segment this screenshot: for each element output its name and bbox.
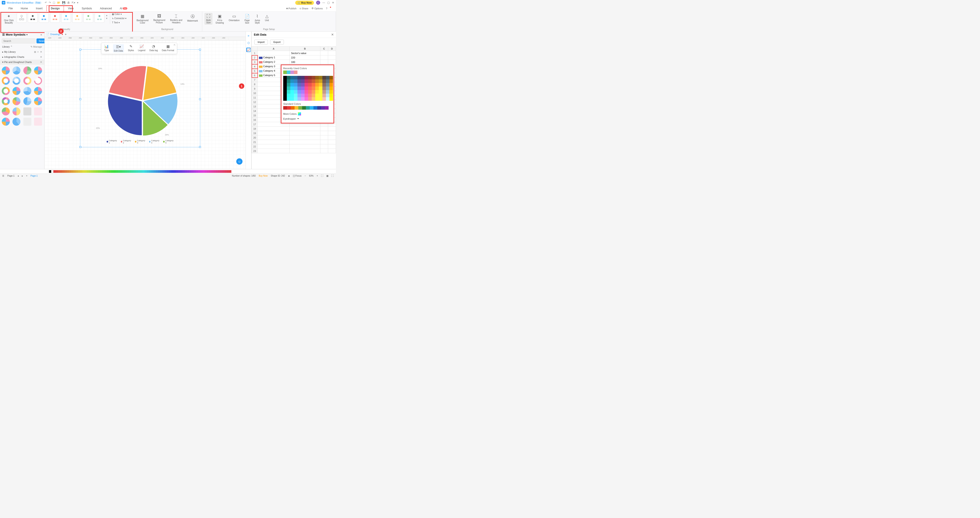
color-swatch[interactable] — [321, 106, 325, 110]
layers-icon[interactable]: ◈ — [288, 175, 290, 177]
color-swatch[interactable] — [290, 94, 294, 97]
focus-button[interactable]: [·] Focus — [293, 175, 301, 177]
color-swatch[interactable] — [290, 97, 294, 101]
color-swatch[interactable] — [326, 79, 329, 83]
watermark-button[interactable]: ⒶWatermark — [185, 13, 200, 23]
color-swatch[interactable] — [312, 86, 315, 90]
color-swatch[interactable] — [301, 79, 305, 83]
color-strip[interactable] — [0, 169, 336, 173]
color-swatch[interactable] — [287, 86, 290, 90]
color-swatch[interactable] — [294, 97, 298, 101]
color-swatch[interactable] — [319, 79, 322, 83]
chart-thumb[interactable] — [13, 118, 21, 126]
color-swatch[interactable] — [306, 106, 310, 110]
chart-thumb[interactable] — [2, 107, 10, 116]
page-link[interactable]: Page-1 — [30, 175, 38, 177]
add-page-icon[interactable]: + — [26, 175, 27, 177]
color-swatch[interactable] — [294, 86, 298, 90]
jump-style-button[interactable]: ⌇Jump Style — [253, 13, 262, 25]
type-button[interactable]: 📊Type — [104, 44, 109, 52]
color-swatch[interactable] — [294, 90, 298, 94]
remove-lib-icon[interactable]: ✕ — [40, 51, 42, 53]
color-swatch[interactable] — [326, 90, 329, 94]
color-swatch[interactable] — [287, 76, 290, 79]
tab-advanced[interactable]: Advanced — [96, 5, 116, 11]
color-swatch[interactable] — [308, 94, 312, 97]
color-swatch[interactable] — [305, 79, 308, 83]
color-swatch[interactable] — [305, 90, 308, 94]
color-swatch[interactable] — [301, 94, 305, 97]
color-swatch[interactable] — [294, 76, 298, 79]
color-swatch[interactable] — [308, 90, 312, 94]
chart-thumb[interactable] — [13, 97, 21, 105]
color-swatch[interactable] — [312, 90, 315, 94]
style-icon[interactable]: ◇ — [246, 40, 251, 45]
fit-icon[interactable]: ⛶ — [321, 175, 323, 177]
color-swatch[interactable] — [305, 76, 308, 79]
color-swatch[interactable] — [302, 106, 306, 110]
color-swatch[interactable] — [317, 106, 321, 110]
tab-view[interactable]: View — [64, 5, 78, 11]
tab-design[interactable]: Design — [46, 5, 64, 11]
chart-thumb[interactable] — [23, 118, 31, 126]
color-swatch[interactable] — [319, 76, 322, 79]
color-swatch[interactable] — [322, 83, 326, 86]
color-swatch[interactable] — [319, 86, 322, 90]
hamburger-icon[interactable]: ☰ — [2, 33, 5, 36]
beautify-style-7[interactable] — [83, 13, 93, 23]
color-swatch[interactable] — [326, 94, 329, 97]
data-format-button[interactable]: ▦Data Format — [162, 44, 174, 52]
manage-link[interactable]: ✎ Manage — [30, 45, 42, 48]
minimize-icon[interactable]: — — [322, 1, 325, 4]
color-swatch[interactable] — [294, 70, 298, 74]
color-swatch[interactable] — [319, 94, 322, 97]
chart-thumb[interactable] — [2, 97, 10, 105]
color-swatch[interactable] — [283, 86, 287, 90]
text-dropdown[interactable]: T Text ▾ — [112, 21, 126, 24]
color-swatch[interactable] — [287, 90, 290, 94]
beautify-style-4[interactable] — [50, 13, 60, 23]
add-tab-icon[interactable]: + — [65, 32, 67, 36]
background-color-button[interactable]: ▦Background Color — [135, 13, 150, 25]
color-swatch[interactable] — [301, 83, 305, 86]
color-swatch[interactable] — [329, 97, 333, 101]
color-swatch[interactable] — [315, 83, 319, 86]
chart-thumb[interactable] — [23, 77, 31, 85]
color-swatch[interactable] — [301, 90, 305, 94]
add-lib-icon[interactable]: ⊞ — [34, 51, 36, 53]
color-swatch[interactable] — [322, 94, 326, 97]
collapse-left-icon[interactable]: « — [40, 33, 42, 36]
color-swatch[interactable] — [298, 90, 301, 94]
color-swatch[interactable] — [310, 106, 313, 110]
import-button[interactable]: Import — [254, 40, 268, 44]
eyedropper-button[interactable]: Eyedropper ✒ — [283, 116, 332, 121]
export-button[interactable]: Export — [270, 40, 284, 44]
color-swatch[interactable] — [315, 76, 319, 79]
infographic-item[interactable]: ▸ Infographic Charts — [2, 56, 24, 59]
chart-thumb[interactable] — [23, 87, 31, 95]
beautify-style-1[interactable] — [17, 13, 27, 23]
background-picture-button[interactable]: 🖼Background Picture — [151, 13, 167, 25]
color-swatch[interactable] — [312, 79, 315, 83]
color-swatch[interactable] — [283, 70, 287, 74]
color-swatch[interactable] — [291, 106, 294, 110]
more-colors-button[interactable]: More Colors — [283, 111, 332, 116]
color-swatch[interactable] — [294, 94, 298, 97]
color-swatch[interactable] — [329, 94, 333, 97]
color-swatch[interactable] — [315, 97, 319, 101]
chart-thumb[interactable] — [23, 97, 31, 105]
color-swatch[interactable] — [287, 106, 291, 110]
color-swatch[interactable] — [287, 83, 290, 86]
borders-headers-button[interactable]: ⌶Borders and Headers — [169, 13, 184, 25]
color-swatch[interactable] — [287, 70, 290, 74]
help-icon[interactable]: ? — [326, 7, 327, 10]
chart-thumb[interactable] — [13, 77, 21, 85]
color-swatch[interactable] — [290, 83, 294, 86]
selected-chart-object[interactable]: 19% 13% 29% 23% Category 1Category 2Cate… — [80, 49, 200, 147]
color-swatch[interactable] — [283, 106, 287, 110]
color-swatch[interactable] — [298, 83, 301, 86]
chart-thumb[interactable] — [2, 67, 10, 75]
color-swatch[interactable] — [329, 83, 333, 86]
chart-thumb[interactable] — [34, 118, 42, 126]
chart-thumb[interactable] — [2, 87, 10, 95]
